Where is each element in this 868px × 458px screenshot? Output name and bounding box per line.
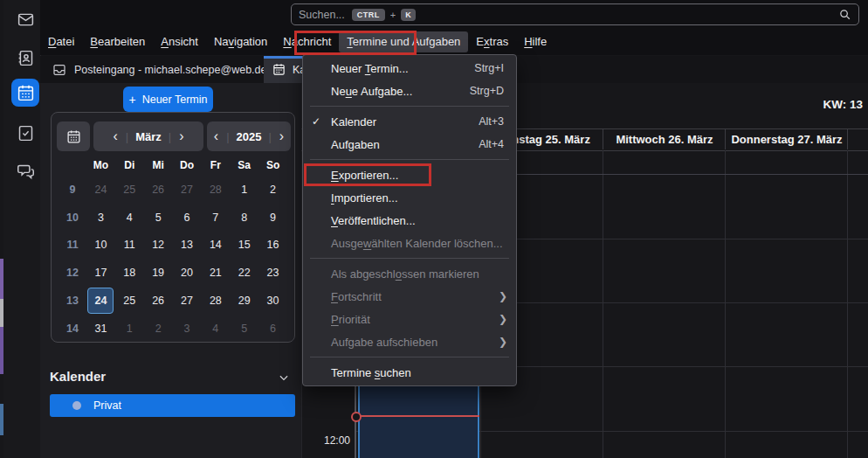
minimonth-day[interactable]: 26 <box>145 177 171 203</box>
minimonth-day[interactable]: 3 <box>174 316 200 342</box>
menu-item-veroffentlichen[interactable]: Veröffentlichen... <box>303 209 516 232</box>
minimonth-day[interactable]: 4 <box>116 205 142 231</box>
inbox-icon <box>52 63 66 77</box>
space-chat-icon[interactable] <box>13 159 38 184</box>
menu-item-importieren[interactable]: Importieren... <box>303 186 516 209</box>
minimonth-today-button[interactable] <box>57 121 90 151</box>
minimonth-day[interactable]: 15 <box>231 232 258 258</box>
menu-separator <box>310 159 509 160</box>
minimonth-day[interactable]: 1 <box>116 316 142 342</box>
minimonth-day[interactable]: 19 <box>145 260 171 286</box>
minimonth-day[interactable]: 9 <box>260 205 286 231</box>
weekday-label: Mo <box>93 159 108 171</box>
space-address-book-icon[interactable] <box>13 45 38 70</box>
space-calendar-icon[interactable] <box>11 79 39 107</box>
minimonth-month-label[interactable]: März <box>128 130 169 143</box>
minimonth-day[interactable]: 25 <box>116 288 142 314</box>
minimonth-day[interactable]: 27 <box>174 177 200 203</box>
tab-inbox[interactable]: Posteingang - michael.schepe@web.de <box>45 56 269 83</box>
calendar-icon <box>66 129 81 144</box>
minimonth-day[interactable]: 8 <box>231 205 258 231</box>
minimonth-weekday-header: MoDiMiDoFrSaSo <box>52 156 294 174</box>
minimonth-day[interactable]: 18 <box>116 260 142 286</box>
calendar-list-item-privat[interactable]: Privat <box>50 394 295 417</box>
space-mail-icon[interactable] <box>13 7 38 31</box>
minimonth-day[interactable]: 2 <box>145 316 171 342</box>
calendar-name: Privat <box>93 399 121 412</box>
menu-item-neue-aufgabe[interactable]: Neue Aufgabe...Strg+D <box>303 80 516 102</box>
menu-separator <box>310 106 509 107</box>
menu-separator <box>310 258 509 259</box>
menu-item-kalender[interactable]: ✓KalenderAlt+3 <box>303 110 516 133</box>
minimonth-day[interactable]: 26 <box>145 288 171 314</box>
minimonth-day[interactable]: 31 <box>87 316 114 342</box>
prev-year-icon[interactable]: ‹ <box>206 122 226 150</box>
minimonth-day[interactable]: 3 <box>87 205 114 231</box>
minimonth-day[interactable]: 4 <box>203 316 229 342</box>
minimonth-day[interactable]: 21 <box>203 260 229 286</box>
minimonth-day[interactable]: 28 <box>203 288 229 314</box>
menubar-item-datei[interactable]: Datei <box>40 31 82 52</box>
minimonth-day[interactable]: 10 <box>87 232 114 258</box>
submenu-arrow-icon: ❯ <box>499 313 516 325</box>
menu-item-termine-suchen[interactable]: Termine suchen <box>303 361 516 384</box>
new-event-button[interactable]: + Neuer Termin <box>123 87 213 112</box>
chevron-down-icon[interactable] <box>278 371 290 384</box>
minimonth-day[interactable]: 27 <box>174 288 200 314</box>
minimonth-day[interactable]: 28 <box>203 177 229 203</box>
minimonth-day[interactable]: 11 <box>116 232 142 258</box>
week-number: 11 <box>66 239 78 251</box>
next-month-icon[interactable]: › <box>171 122 191 150</box>
minimonth-day[interactable]: 13 <box>174 232 200 258</box>
day-column-header-empty <box>847 128 868 149</box>
minimonth-day[interactable]: 17 <box>87 260 114 286</box>
menubar-item-hilfe[interactable]: Hilfe <box>516 31 555 52</box>
tab-inbox-label: Posteingang - michael.schepe@web.de <box>74 64 266 76</box>
minimonth-day[interactable]: 20 <box>174 260 200 286</box>
minimonth-day[interactable]: 25 <box>116 177 142 203</box>
minimonth-day[interactable]: 16 <box>260 232 286 258</box>
minimonth-day-selected[interactable]: 24 <box>87 288 114 314</box>
weekday-label: Di <box>124 159 134 171</box>
space-tasks-icon[interactable] <box>13 121 38 145</box>
termine-und-aufgaben-menu: Neuer Termin...Strg+INeue Aufgabe...Strg… <box>302 54 517 386</box>
week-number-label: KW: 13 <box>823 98 863 111</box>
menu-item-aufgaben[interactable]: AufgabenAlt+4 <box>303 133 516 156</box>
menubar-item-ansicht[interactable]: Ansicht <box>153 31 206 52</box>
minimonth-day[interactable]: 5 <box>145 205 171 231</box>
menu-item-exportieren[interactable]: Exportieren... <box>303 163 516 186</box>
minimonth-day[interactable]: 6 <box>260 316 286 342</box>
minimonth-day[interactable]: 22 <box>231 260 258 286</box>
menu-item-als-abgeschlossen-markieren: Als abgeschlossen markieren <box>303 262 516 285</box>
minimonth-day[interactable]: 6 <box>174 205 200 231</box>
menu-item-neuer-termin[interactable]: Neuer Termin...Strg+I <box>303 57 516 80</box>
minimonth-day[interactable]: 23 <box>260 260 286 286</box>
weekday-label: Fr <box>210 159 221 171</box>
minimonth-day[interactable]: 24 <box>87 177 114 203</box>
shortcut-label: Alt+4 <box>479 138 516 150</box>
week-number: 9 <box>70 184 76 196</box>
minimonth-day[interactable]: 1 <box>231 177 258 203</box>
global-search-input[interactable]: Suchen... CTRL + K <box>291 3 859 25</box>
week-number: 10 <box>66 212 79 224</box>
current-time-dot <box>351 412 362 422</box>
minimonth-day[interactable]: 29 <box>231 288 258 314</box>
minimonth-day[interactable]: 12 <box>145 232 171 258</box>
minimonth-year-label[interactable]: 2025 <box>230 130 269 143</box>
minimonth-day[interactable]: 5 <box>231 316 258 342</box>
menubar-item-extras[interactable]: Extras <box>468 31 516 52</box>
k-key-badge: K <box>401 9 416 21</box>
minimonth-day[interactable]: 14 <box>203 232 229 258</box>
next-year-icon[interactable]: › <box>272 122 292 150</box>
menubar-item-bearbeiten[interactable]: Bearbeiten <box>82 31 153 52</box>
minimonth-day[interactable]: 7 <box>203 205 229 231</box>
minimonth-day[interactable]: 30 <box>260 288 286 314</box>
ctrl-key-badge: CTRL <box>352 9 385 21</box>
menu-item-fortschritt: Fortschritt❯ <box>303 285 516 308</box>
menubar-item-navigation[interactable]: Navigation <box>206 31 275 52</box>
menubar-item-nachricht[interactable]: Nachricht <box>275 31 339 52</box>
menu-separator <box>310 357 509 357</box>
minimonth-day[interactable]: 2 <box>260 177 286 203</box>
menubar-item-termine-und-aufgaben[interactable]: Termine und Aufgaben <box>339 31 468 52</box>
prev-month-icon[interactable]: ‹ <box>105 122 125 150</box>
